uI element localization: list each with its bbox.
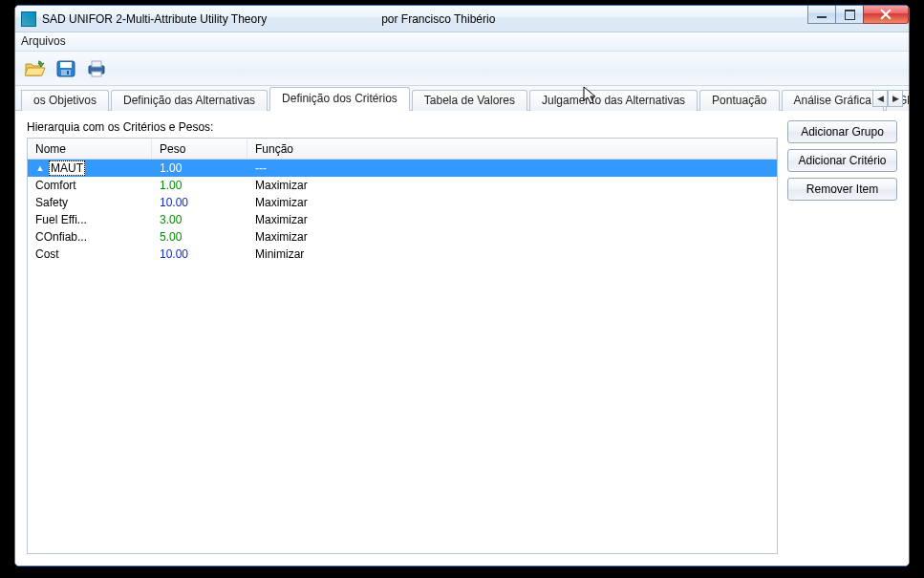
tab-alternativas[interactable]: Definição das Alternativas [111,90,268,111]
close-button[interactable] [863,6,909,24]
tree-expander-icon[interactable]: ▲ [35,163,45,173]
close-icon [880,9,892,20]
maximize-button[interactable] [835,6,864,24]
save-button[interactable] [54,56,78,81]
svg-rect-5 [92,61,101,67]
cell-funcao: --- [247,161,777,175]
svg-rect-6 [92,72,101,76]
table-row[interactable]: Safety10.00Maximizar [28,194,777,211]
menubar: Arquivos [15,32,909,52]
cell-nome: Cost [28,247,152,261]
cell-peso: 10.00 [152,247,247,261]
column-nome[interactable]: Nome [28,139,152,159]
toolbar [15,52,909,86]
cell-peso: 3.00 [152,213,247,226]
tab-pontuacao[interactable]: Pontuação [699,90,779,111]
open-file-button[interactable] [23,56,48,81]
tab-scroll-left[interactable]: ◀ [872,90,888,107]
hierarchy-label: Hierarquia com os Critérios e Pesos: [27,120,778,134]
cell-funcao: Maximizar [247,230,777,244]
tab-julgamento[interactable]: Julgamento das Alternativas [529,90,698,111]
tabstrip: os Objetivos Definição das Alternativas … [15,86,909,111]
criteria-pane: Hierarquia com os Critérios e Pesos: Nom… [27,120,778,554]
cell-peso: 10.00 [152,196,247,209]
cell-peso: 5.00 [152,230,247,244]
criteria-tree[interactable]: Nome Peso Função ▲MAUT1.00---Comfort1.00… [27,138,778,554]
row-name: Comfort [35,179,76,192]
app-window: SAD UNIFOR 2-Multi-Attribute Utility The… [14,5,910,567]
row-name: COnfiab... [35,230,87,244]
svg-rect-2 [61,70,71,75]
add-group-button[interactable]: Adicionar Grupo [787,120,897,143]
cell-funcao: Minimizar [247,247,777,261]
tab-analise-grafica[interactable]: Análise Gráfica [782,90,884,111]
column-peso[interactable]: Peso [152,139,247,159]
table-row[interactable]: Comfort1.00Maximizar [28,177,777,194]
tab-tabela-valores[interactable]: Tabela de Valores [412,90,527,111]
cell-peso: 1.00 [152,179,247,192]
tree-header: Nome Peso Função [28,139,777,160]
svg-rect-3 [67,71,69,75]
save-icon [55,59,76,78]
add-criterion-button[interactable]: Adicionar Critério [787,149,897,172]
app-icon [21,11,36,27]
table-row[interactable]: Cost10.00Minimizar [28,246,777,263]
cell-funcao: Maximizar [247,213,777,226]
cell-peso: 1.00 [152,161,247,175]
cell-nome: Safety [28,196,152,209]
tab-objetivos[interactable]: os Objetivos [21,90,109,111]
cell-funcao: Maximizar [247,196,777,209]
cell-nome: Comfort [28,179,152,192]
row-name: Safety [35,196,68,209]
tree-body[interactable]: ▲MAUT1.00---Comfort1.00MaximizarSafety10… [28,160,777,553]
table-row[interactable]: COnfiab...5.00Maximizar [28,228,777,246]
table-row[interactable]: Fuel Effi...3.00Maximizar [28,211,777,228]
row-name: Fuel Effi... [35,213,87,226]
content-area: Hierarquia com os Critérios e Pesos: Nom… [15,111,909,566]
menu-arquivos[interactable]: Arquivos [21,34,66,48]
print-icon [86,58,107,79]
window-controls [808,6,909,24]
titlebar[interactable]: SAD UNIFOR 2-Multi-Attribute Utility The… [15,6,909,32]
svg-rect-1 [60,62,72,68]
cell-nome: COnfiab... [28,230,152,244]
print-button[interactable] [84,56,109,81]
cell-funcao: Maximizar [247,179,777,192]
row-name: MAUT [49,161,85,176]
row-name: Cost [35,247,59,261]
action-pane: Adicionar Grupo Adicionar Critério Remov… [787,120,897,554]
minimize-button[interactable] [807,6,836,24]
table-row[interactable]: ▲MAUT1.00--- [28,160,777,177]
column-funcao[interactable]: Função [247,139,777,159]
cell-nome: ▲MAUT [28,161,152,176]
window-subtitle: por Francisco Thibério [381,12,495,26]
tab-scroll-right[interactable]: ▶ [888,90,903,107]
tab-criterios[interactable]: Definição dos Critérios [269,87,410,111]
window-title: SAD UNIFOR 2-Multi-Attribute Utility The… [42,12,267,26]
tab-scroll: ◀ ▶ [872,90,903,107]
remove-item-button[interactable]: Remover Item [787,178,897,201]
cell-nome: Fuel Effi... [28,213,152,226]
open-file-icon [25,59,46,78]
